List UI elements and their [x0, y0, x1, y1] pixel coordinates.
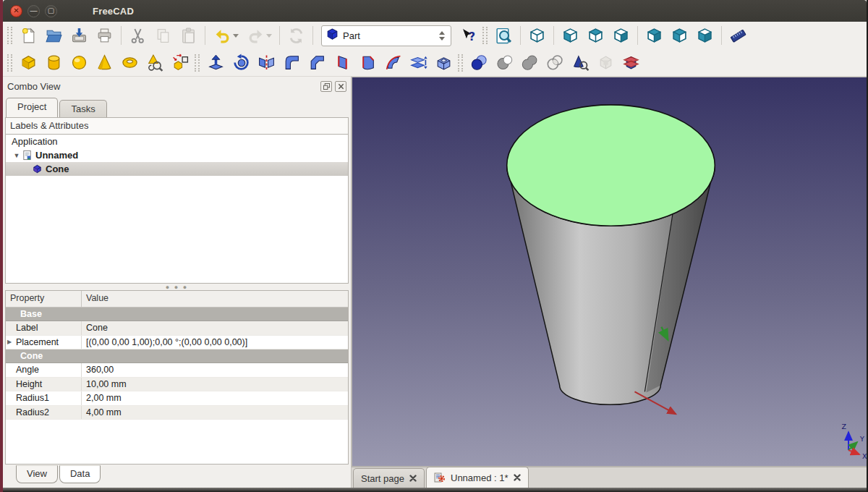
- mirror-button[interactable]: [254, 51, 279, 75]
- open-folder-icon: [45, 27, 63, 45]
- 3d-canvas[interactable]: Z Y X: [352, 77, 867, 467]
- spinner-arrows-icon[interactable]: [436, 31, 448, 41]
- panel-splitter[interactable]: ● ● ●: [3, 284, 351, 290]
- defeaturing-icon: [597, 54, 615, 72]
- whats-this-icon: ?: [459, 27, 477, 45]
- toolbar-drag-handle[interactable]: [195, 54, 200, 72]
- boolean-button[interactable]: [467, 51, 492, 75]
- close-tab-icon[interactable]: [514, 474, 521, 481]
- tree-item-cone[interactable]: Cone: [6, 162, 348, 176]
- save-document-button[interactable]: [67, 24, 92, 47]
- cone-top-face-highlighted[interactable]: [507, 105, 715, 226]
- thickness-button[interactable]: [431, 51, 456, 75]
- property-group-cone[interactable]: Cone: [6, 349, 348, 363]
- 3d-scene[interactable]: Z Y X: [352, 77, 867, 466]
- property-row-height[interactable]: Height 10,00 mm: [6, 378, 348, 392]
- top-view-button[interactable]: [583, 24, 608, 47]
- property-group-base[interactable]: Base: [6, 308, 348, 321]
- defeaturing-button: [593, 51, 618, 75]
- chamfer-button[interactable]: [305, 51, 330, 75]
- toolbar-drag-handle[interactable]: [7, 27, 12, 44]
- svg-text:?: ?: [469, 30, 475, 43]
- tab-unnamed-document[interactable]: Unnamed : 1*: [426, 467, 529, 488]
- cone-button[interactable]: [92, 51, 117, 75]
- close-tab-icon[interactable]: [409, 475, 417, 482]
- save-document-icon: [70, 27, 88, 45]
- column-header-property[interactable]: Property: [6, 291, 82, 307]
- redo-icon: [247, 27, 265, 45]
- union-button[interactable]: [517, 51, 542, 75]
- maximize-window-button[interactable]: ▢: [45, 5, 57, 17]
- close-window-button[interactable]: ✕: [10, 5, 22, 17]
- paste-icon: [179, 27, 197, 45]
- boolean-cut-button[interactable]: [492, 51, 517, 75]
- check-geometry-button[interactable]: [568, 51, 593, 75]
- expand-arrow-icon[interactable]: ▶: [7, 339, 12, 345]
- extrude-button[interactable]: [203, 51, 229, 75]
- property-mode-tabs: View Data: [3, 465, 351, 488]
- undo-icon: [213, 27, 231, 45]
- property-row-placement[interactable]: ▶Placement [(0,00 0,00 1,00);0,00 °;(0,0…: [6, 336, 348, 350]
- property-row-label[interactable]: Label Cone: [6, 321, 348, 336]
- sweep-button[interactable]: [380, 51, 406, 75]
- combo-view-panel: Combo View Project Tasks Labels & Attrib…: [3, 77, 352, 488]
- front-view-button[interactable]: [558, 24, 583, 47]
- intersection-button[interactable]: [542, 51, 568, 75]
- cross-sections-button[interactable]: [618, 51, 644, 75]
- property-row-angle[interactable]: Angle 360,00: [6, 363, 348, 378]
- check-geometry-icon: [571, 54, 590, 72]
- chamfer-icon: [308, 54, 326, 72]
- print-button[interactable]: [92, 24, 117, 47]
- open-document-button[interactable]: [41, 24, 67, 47]
- axonometric-view-button[interactable]: [524, 24, 550, 47]
- cut-icon: [129, 27, 147, 45]
- ruled-surface-button[interactable]: [330, 51, 355, 75]
- tab-start-page[interactable]: Start page: [353, 468, 425, 488]
- undo-button[interactable]: [209, 24, 242, 47]
- measure-icon: [729, 27, 747, 45]
- property-row-radius1[interactable]: Radius1 2,00 mm: [6, 391, 348, 406]
- dropdown-caret-icon[interactable]: [266, 34, 272, 38]
- tree-item-application[interactable]: Application: [6, 135, 348, 148]
- toolbar-drag-handle[interactable]: [482, 27, 488, 44]
- cylinder-button[interactable]: [41, 51, 67, 75]
- shape-builder-button[interactable]: [168, 51, 193, 75]
- fillet-button[interactable]: [279, 51, 305, 75]
- tab-view-properties[interactable]: View: [16, 465, 58, 483]
- tab-project[interactable]: Project: [6, 98, 58, 117]
- box-button[interactable]: [16, 51, 41, 75]
- sphere-button[interactable]: [67, 51, 92, 75]
- workbench-selector[interactable]: Part: [321, 25, 451, 46]
- offset-button[interactable]: [406, 51, 431, 75]
- cut-button[interactable]: [125, 24, 150, 47]
- cylinder-icon: [45, 54, 63, 72]
- left-view-button[interactable]: [667, 24, 692, 47]
- column-header-value[interactable]: Value: [82, 291, 348, 307]
- extrude-icon: [207, 54, 225, 72]
- float-panel-button[interactable]: [320, 81, 332, 92]
- part-workbench-icon: [326, 27, 339, 43]
- minimize-window-button[interactable]: —: [27, 5, 40, 17]
- tab-tasks[interactable]: Tasks: [59, 100, 106, 117]
- bottom-view-button[interactable]: [692, 24, 718, 47]
- rear-view-button[interactable]: [642, 24, 667, 47]
- torus-button[interactable]: [117, 51, 142, 75]
- window-bottom-border: [3, 488, 867, 492]
- right-view-button[interactable]: [608, 24, 634, 47]
- expander-icon[interactable]: ▼: [12, 152, 22, 159]
- new-document-button[interactable]: [16, 24, 41, 47]
- property-row-radius2[interactable]: Radius2 4,00 mm: [6, 406, 348, 420]
- revolve-button[interactable]: [229, 51, 254, 75]
- left-view-icon: [671, 27, 689, 45]
- loft-button[interactable]: [355, 51, 380, 75]
- dropdown-caret-icon[interactable]: [233, 34, 239, 38]
- create-primitives-button[interactable]: [142, 51, 168, 75]
- close-panel-button[interactable]: [335, 81, 346, 92]
- whats-this-button[interactable]: ?: [456, 24, 481, 47]
- tab-data-properties[interactable]: Data: [59, 465, 101, 483]
- toolbar-drag-handle[interactable]: [458, 54, 463, 72]
- measure-button[interactable]: [726, 24, 751, 47]
- tree-item-document[interactable]: ▼ Unnamed: [6, 148, 348, 162]
- toolbar-drag-handle[interactable]: [7, 54, 12, 72]
- fit-all-button[interactable]: [491, 24, 516, 47]
